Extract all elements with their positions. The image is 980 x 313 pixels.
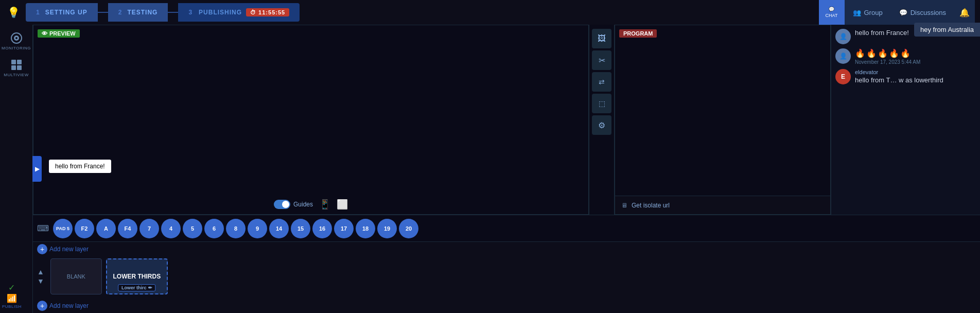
program-label: PROGRAM [619, 29, 657, 38]
pad-button-6[interactable]: 6 [204, 219, 224, 238]
check-button[interactable]: ✓ [8, 283, 15, 292]
sidebar-item-monitoring[interactable]: MONITORING [3, 29, 30, 54]
avatar-img-1: 👤 [839, 33, 847, 40]
timer-badge: ⏱ 11:55:55 [246, 8, 289, 16]
pad-button-5[interactable]: 5 [183, 219, 202, 238]
blank-layer-card[interactable]: BLANK [50, 258, 102, 294]
group-button[interactable]: 👥 Group [845, 0, 891, 25]
top-bar-left: 💡 1 SETTING UP 2 TESTING 3 PUBLISHING ⏱ … [5, 3, 300, 22]
publish-area: ✓ 📶 PUBLISH [2, 283, 22, 309]
step1-num: 1 [36, 9, 40, 16]
step2-button[interactable]: 2 TESTING [108, 3, 168, 22]
pad-button-7[interactable]: 7 [139, 219, 159, 238]
layer-arrows: ▲ ▼ [37, 268, 44, 285]
toggle-knob [282, 201, 289, 208]
transition-icon: ⇄ [599, 78, 605, 86]
transition-button[interactable]: ⇄ [592, 72, 611, 92]
pad-button-20[interactable]: 20 [399, 219, 418, 238]
chat-msg-content-3: eldevator hello from T… w as lowerthird [855, 69, 976, 84]
pad-button-f4[interactable]: F4 [118, 219, 137, 238]
step2-num: 2 [118, 9, 122, 16]
step-connector-1 [98, 12, 108, 13]
lower-thirc-badge: Lower thirc ✏ [118, 284, 156, 291]
program-panel: PROGRAM 🖥 Get isolate url [615, 25, 831, 215]
add-media-icon: 🖼 [598, 34, 606, 43]
eldevator-avatar: E [835, 69, 851, 84]
wifi-button[interactable]: 📶 [7, 293, 17, 303]
svg-rect-4 [17, 60, 22, 64]
add-icon-top: + [37, 244, 47, 254]
pad-button-16[interactable]: 16 [312, 219, 332, 238]
chat-message-3: E eldevator hello from T… w as lowerthir… [835, 69, 976, 84]
guides-toggle[interactable]: Guides [274, 200, 313, 209]
svg-point-2 [15, 37, 18, 39]
top-bar: 💡 1 SETTING UP 2 TESTING 3 PUBLISHING ⏱ … [0, 0, 980, 25]
pad-button-8[interactable]: 8 [226, 219, 246, 238]
pad-button-18[interactable]: 18 [356, 219, 375, 238]
isolate-link[interactable]: Get isolate url [632, 202, 670, 209]
publish-label: PUBLISH [2, 304, 22, 309]
chat-avatar-2: 👤 [835, 48, 851, 64]
lower-thirds-layer-card[interactable]: LOWER THIRDS Lower thirc ✏ [106, 258, 168, 294]
chat-msg-text-3: hello from T… w as lowerthird [855, 76, 976, 84]
svg-rect-6 [17, 65, 22, 70]
bell-button[interactable]: 🔔 [954, 0, 975, 25]
pad-button-15[interactable]: 15 [291, 219, 310, 238]
pad-button-4[interactable]: 4 [161, 219, 181, 238]
pad-button-17[interactable]: 17 [334, 219, 354, 238]
layer-up-button[interactable]: ▲ [37, 268, 44, 276]
chat-icon: 💬 [829, 7, 834, 12]
layer-cards-row: ▲ ▼ BLANK LOWER THIRDS Lower thirc ✏ [33, 256, 980, 299]
pad-button-9[interactable]: 9 [248, 219, 267, 238]
pad-button-19[interactable]: 19 [377, 219, 397, 238]
main-content: MONITORING MULTIVIEW ▶ 👁 PREVIEW [0, 25, 980, 313]
add-layer-top-label: Add new layer [49, 246, 89, 253]
add-layer-bottom-button[interactable]: + Add new layer [37, 301, 89, 311]
settings-button[interactable]: ⚙ [592, 115, 611, 135]
pad-button-f2[interactable]: F2 [75, 219, 94, 238]
discussions-icon: 💬 [899, 9, 907, 16]
settings-icon: ⚙ [598, 120, 605, 130]
panels-row: 👁 PREVIEW hello from France! Guides [33, 25, 980, 215]
preview-extend-btn[interactable]: ⬜ [337, 199, 348, 210]
step3-button[interactable]: 3 PUBLISHING ⏱ 11:55:55 [178, 3, 300, 22]
guides-toggle-switch[interactable] [274, 200, 290, 209]
step1-button[interactable]: 1 SETTING UP [26, 3, 98, 22]
discussions-button[interactable]: 💬 Discussions [891, 0, 954, 25]
left-sidebar: MONITORING MULTIVIEW ▶ [0, 25, 33, 313]
sidebar-expand-button[interactable]: ▶ [32, 156, 42, 182]
cut-button[interactable]: ✂ [592, 50, 611, 70]
add-media-button[interactable]: 🖼 [592, 29, 611, 48]
layer-down-button[interactable]: ▼ [37, 277, 44, 285]
pad-button-a[interactable]: A [96, 219, 116, 238]
chat-panel: 👤 hello from France! 👤 🔥🔥🔥🔥🔥 [831, 25, 980, 215]
step3-label: PUBLISHING [199, 9, 242, 16]
chevron-right-icon: ▶ [35, 165, 40, 172]
pip-icon: ⬚ [599, 99, 605, 108]
pad-button-pad5[interactable]: PAD 5 [53, 219, 73, 238]
pad-button-14[interactable]: 14 [269, 219, 289, 238]
preview-mobile-btn[interactable]: 📱 [319, 199, 330, 210]
badge-text: Lower thirc [121, 285, 147, 290]
timer-value: 11:55:55 [258, 9, 285, 15]
preview-panel: 👁 PREVIEW hello from France! Guides [33, 25, 589, 215]
sidebar-item-multiview[interactable]: MULTIVIEW [3, 56, 30, 80]
chat-button[interactable]: 💬 CHAT [819, 0, 845, 25]
add-icon-bottom: + [37, 301, 47, 311]
svg-rect-5 [11, 65, 16, 70]
svg-rect-3 [11, 60, 16, 64]
step-buttons: 1 SETTING UP 2 TESTING 3 PUBLISHING ⏱ 11… [26, 3, 300, 22]
bottom-layers: + Add new layer ▲ ▼ BLANK LOWER THIRDS L… [33, 241, 980, 313]
multiview-label: MULTIVIEW [4, 73, 28, 77]
lower-third-tooltip: hello from France! [49, 160, 111, 173]
pip-button[interactable]: ⬚ [592, 94, 611, 113]
tools-column: 🖼 ✂ ⇄ ⬚ ⚙ [589, 25, 615, 215]
guides-label: Guides [293, 201, 313, 208]
step2-label: TESTING [127, 9, 157, 16]
step3-num: 3 [188, 9, 192, 16]
chat-popup-text: hey from Australia [920, 26, 974, 33]
keyboard-icon: ⌨ [37, 223, 49, 233]
cut-icon: ✂ [599, 56, 605, 65]
add-layer-top-button[interactable]: + Add new layer [37, 244, 89, 254]
preview-controls: Guides 📱 ⬜ [274, 199, 348, 210]
